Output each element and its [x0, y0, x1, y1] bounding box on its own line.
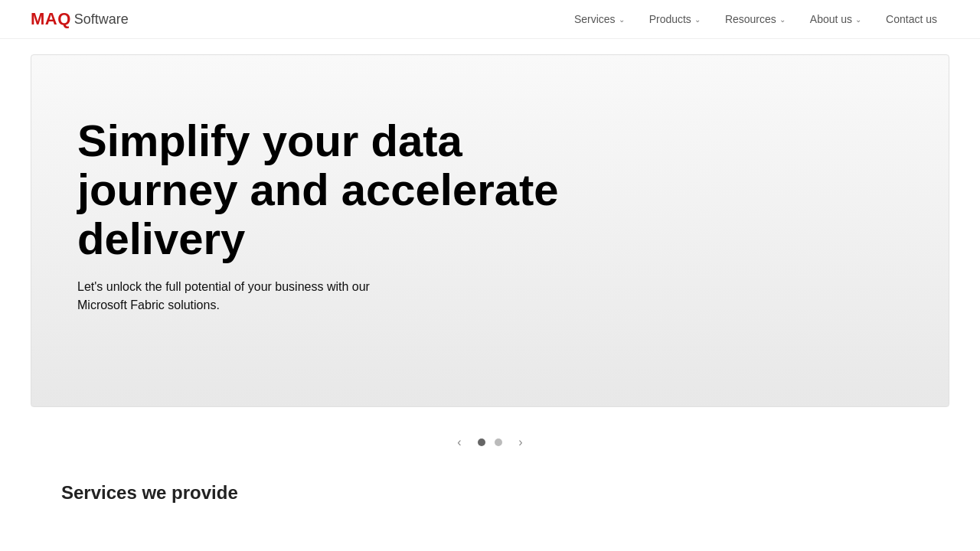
nav-item-about[interactable]: About us ⌄ [798, 0, 874, 39]
chevron-down-icon: ⌄ [694, 15, 701, 24]
nav-resources-label: Resources [725, 13, 776, 25]
hero-title: Simplify your data journey and accelerat… [77, 116, 613, 262]
nav-about-label: About us [810, 13, 852, 25]
nav-contact-label: Contact us [886, 13, 937, 25]
carousel-prev-button[interactable]: ‹ [450, 433, 469, 452]
carousel-controls: ‹ › [0, 425, 980, 459]
carousel-dot-1[interactable] [478, 439, 485, 446]
nav-services-label: Services [574, 13, 616, 25]
chevron-down-icon: ⌄ [619, 15, 625, 24]
hero-wrapper: Simplify your data journey and accelerat… [0, 54, 980, 407]
logo[interactable]: MAQ Software [31, 9, 129, 29]
logo-maq: MAQ [31, 9, 71, 29]
nav-item-products[interactable]: Products ⌄ [637, 0, 713, 39]
nav-item-contact[interactable]: Contact us [874, 0, 949, 39]
chevron-down-icon: ⌄ [855, 15, 861, 24]
services-section-title: Services we provide [61, 482, 919, 504]
hero-subtitle: Let's unlock the full potential of your … [77, 278, 384, 315]
hero-section: Simplify your data journey and accelerat… [31, 54, 949, 407]
services-section: Services we provide [0, 459, 980, 519]
nav-item-services[interactable]: Services ⌄ [562, 0, 637, 39]
nav-products-label: Products [649, 13, 691, 25]
carousel-dot-2[interactable] [495, 439, 502, 446]
main-nav: Services ⌄ Products ⌄ Resources ⌄ About … [562, 0, 949, 39]
chevron-down-icon: ⌄ [779, 15, 786, 24]
nav-item-resources[interactable]: Resources ⌄ [713, 0, 798, 39]
logo-software: Software [74, 11, 129, 28]
carousel-next-button[interactable]: › [511, 433, 530, 452]
header: MAQ Software Services ⌄ Products ⌄ Resou… [0, 0, 980, 39]
